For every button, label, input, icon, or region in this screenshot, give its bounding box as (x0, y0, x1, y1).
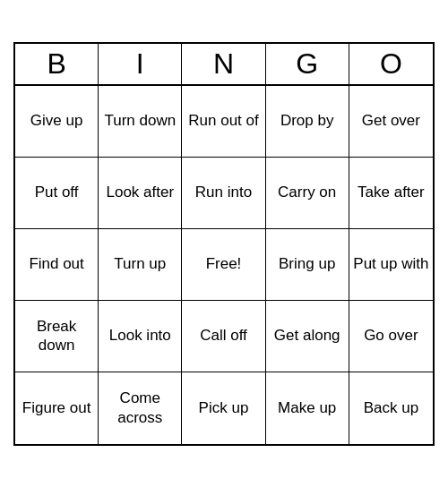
bingo-cell-17[interactable]: Call off (182, 301, 265, 372)
header-b: B (15, 44, 99, 84)
bingo-cell-18[interactable]: Get along (266, 301, 349, 372)
bingo-cell-23[interactable]: Make up (266, 372, 349, 444)
bingo-cell-4[interactable]: Get over (349, 86, 433, 158)
bingo-cell-5[interactable]: Put off (15, 158, 99, 229)
bingo-cell-1[interactable]: Turn down (99, 86, 182, 158)
bingo-cell-8[interactable]: Carry on (266, 158, 349, 229)
bingo-cell-20[interactable]: Figure out (15, 372, 99, 444)
bingo-cell-16[interactable]: Look into (99, 301, 182, 372)
bingo-cell-13[interactable]: Bring up (266, 229, 349, 301)
bingo-header: B I N G O (15, 44, 433, 86)
bingo-card: B I N G O Give upTurn downRun out ofDrop… (13, 42, 435, 446)
bingo-cell-7[interactable]: Run into (182, 158, 265, 229)
bingo-cell-21[interactable]: Come across (99, 372, 182, 444)
bingo-cell-24[interactable]: Back up (349, 372, 433, 444)
bingo-cell-3[interactable]: Drop by (266, 86, 349, 158)
header-o: O (349, 44, 433, 84)
bingo-cell-9[interactable]: Take after (349, 158, 433, 229)
bingo-cell-19[interactable]: Go over (349, 301, 433, 372)
bingo-cell-22[interactable]: Pick up (182, 372, 265, 444)
bingo-grid: Give upTurn downRun out ofDrop byGet ove… (15, 86, 433, 444)
bingo-cell-12[interactable]: Free! (182, 229, 265, 301)
bingo-cell-2[interactable]: Run out of (182, 86, 265, 158)
bingo-cell-6[interactable]: Look after (99, 158, 182, 229)
bingo-cell-0[interactable]: Give up (15, 86, 99, 158)
bingo-cell-10[interactable]: Find out (15, 229, 99, 301)
header-g: G (266, 44, 349, 84)
bingo-cell-15[interactable]: Break down (15, 301, 99, 372)
header-n: N (182, 44, 265, 84)
header-i: I (99, 44, 182, 84)
bingo-cell-14[interactable]: Put up with (349, 229, 433, 301)
bingo-cell-11[interactable]: Turn up (99, 229, 182, 301)
